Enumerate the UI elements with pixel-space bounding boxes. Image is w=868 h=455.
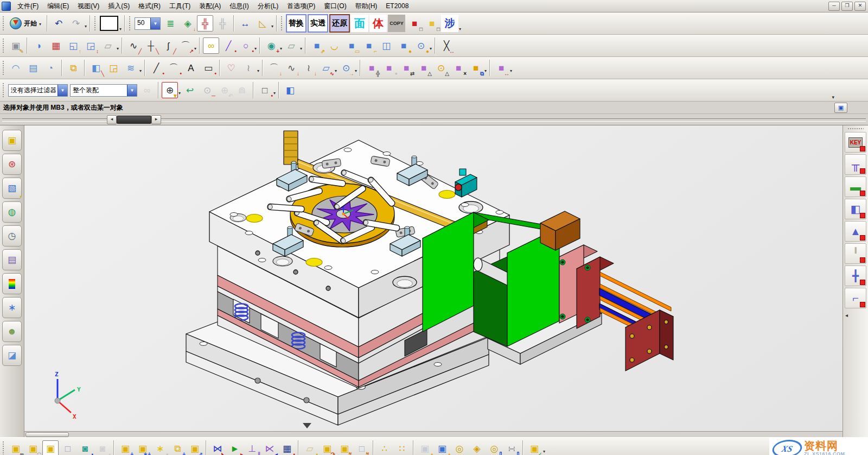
line2-button[interactable]: ╱•: [148, 60, 164, 76]
toolbar-grip[interactable]: [2, 83, 5, 98]
curve-fillet-button[interactable]: ∿╱: [125, 37, 142, 54]
scene-wand-tab[interactable]: ∗: [2, 297, 22, 318]
swatch-dropdown[interactable]: ▾: [119, 27, 122, 34]
block-button[interactable]: ■▭: [343, 37, 360, 54]
curve-divide-button[interactable]: ʃ╱: [160, 37, 176, 54]
extrude-button[interactable]: ■⇗: [309, 37, 325, 54]
sheet-mesh-button[interactable]: ▦: [48, 37, 64, 54]
translucency-button[interactable]: 实透: [308, 14, 328, 33]
relations-info-button[interactable]: ◎i: [486, 440, 502, 455]
menu-tools[interactable]: 工具(T): [165, 1, 195, 11]
limit-switch-block[interactable]: [455, 169, 477, 197]
split-solid-button[interactable]: ◫: [378, 37, 394, 54]
key-reuse-library-button[interactable]: KEY: [845, 132, 866, 153]
sidebar-collapse-arrow[interactable]: ◂: [843, 312, 848, 318]
sheet-ripple-button-dropdown[interactable]: ▾: [139, 68, 142, 76]
measure-object-button[interactable]: ■↔: [493, 60, 509, 76]
rectangle-select-button-dropdown[interactable]: ▾: [273, 91, 276, 98]
line-button[interactable]: ╱•: [220, 37, 237, 54]
perpendicular-constraint-button[interactable]: ⊥∥: [244, 440, 260, 455]
face-display-button[interactable]: 面: [351, 15, 368, 32]
menu-information[interactable]: 信息(I): [225, 1, 253, 11]
studio-spline-button[interactable]: ♡: [223, 60, 239, 76]
restore-display-button[interactable]: 还原: [329, 14, 350, 33]
start-button[interactable]: 开始 ▾: [7, 16, 44, 31]
thicken-button[interactable]: ◲: [105, 60, 122, 76]
snap-point-filter-button[interactable]: ⊕▼: [162, 82, 178, 98]
wrap-curve-button[interactable]: ⊙→: [338, 60, 354, 76]
toolbar-grip[interactable]: [280, 16, 283, 31]
cavity-button[interactable]: ■⌐: [361, 37, 377, 54]
section-curve-button-dropdown[interactable]: ▾: [335, 68, 337, 76]
she-dropdown[interactable]: ▾: [459, 27, 462, 34]
product-outline-button[interactable]: ▣: [42, 440, 59, 455]
datum-plane2-button[interactable]: ▱: [283, 37, 299, 54]
delete-object-button[interactable]: ■×: [450, 60, 467, 76]
paste-object-button[interactable]: ■⇄: [398, 60, 414, 76]
boss-button-dropdown[interactable]: ▾: [430, 46, 432, 54]
interpart-link-toggle[interactable]: ∞: [139, 82, 155, 98]
toolbar-grip[interactable]: [94, 16, 97, 31]
copy-display-button[interactable]: COPY: [388, 15, 405, 32]
circle-button[interactable]: ○•: [238, 37, 254, 54]
undo-view-button[interactable]: ↩: [182, 82, 198, 98]
datum-plane-button-dropdown[interactable]: ▾: [117, 46, 119, 54]
through-mesh-button[interactable]: ▤: [25, 60, 41, 76]
boss-button[interactable]: ⊙●: [413, 37, 429, 54]
gallery-tab[interactable]: ◪: [2, 345, 22, 366]
part-navigator-tab[interactable]: ▧▪: [2, 178, 22, 199]
show-wireframe-cube-button[interactable]: ■□: [424, 15, 440, 31]
measure-object-button-dropdown[interactable]: ▾: [510, 68, 513, 76]
curve-trim-button[interactable]: ┼╲: [143, 37, 159, 54]
sequence-button[interactable]: ∷: [394, 440, 410, 455]
copy-feature-button-dropdown[interactable]: ▾: [484, 68, 487, 76]
screw-plug-library-button[interactable]: ╥: [845, 154, 866, 175]
exploded-view-button[interactable]: ∴: [376, 440, 393, 455]
work-layer-combo[interactable]: 50 ▼: [135, 17, 161, 30]
menu-et2008[interactable]: ET2008: [381, 1, 413, 11]
graphics-window[interactable]: Z Y X: [24, 125, 843, 431]
fitting-library-button[interactable]: ╋: [845, 266, 866, 286]
offset-surface-button[interactable]: ⧉: [65, 60, 81, 76]
menu-edit[interactable]: 编辑(E): [43, 1, 73, 11]
new-parent-button[interactable]: ∗▫: [152, 440, 168, 455]
viewport-3d-model[interactable]: Z Y X: [24, 125, 843, 431]
checkmate-button-dropdown[interactable]: ▾: [543, 449, 546, 455]
arc-edit-button[interactable]: ⌒↗: [177, 37, 194, 54]
viewport-hscroll-thumb[interactable]: [25, 432, 69, 437]
selection-scope-combo[interactable]: 整个装配 ▼: [70, 84, 137, 97]
toolbar-grip[interactable]: [2, 441, 5, 455]
menu-view[interactable]: 视图(V): [73, 1, 104, 11]
assembly-navigator-tab[interactable]: ▣: [2, 130, 22, 151]
snapshot-folder-button[interactable]: ◙▪: [94, 440, 111, 455]
elbow-library-button[interactable]: ⌐: [845, 288, 866, 308]
snapshot-button[interactable]: ◙▪: [77, 440, 93, 455]
datum-plane-button[interactable]: ▱: [100, 37, 116, 54]
viewport-hscrollbar[interactable]: [24, 431, 843, 437]
intersect-curve-button[interactable]: ≀↓: [301, 60, 317, 76]
dock-view-button[interactable]: ▣: [834, 103, 847, 113]
sheet-stretch-button[interactable]: ◲↕: [82, 37, 99, 54]
status-scrollbar[interactable]: ◂ ▸: [0, 114, 868, 125]
checkmate-button[interactable]: ▣✓: [526, 440, 542, 455]
close-button[interactable]: ✕: [854, 2, 866, 11]
measure-x-button[interactable]: ╳↔: [438, 37, 455, 54]
wave-link-button[interactable]: ▣↯: [336, 440, 353, 455]
internet-browser-tab[interactable]: ◍: [2, 201, 22, 223]
scroll-right-button[interactable]: ▸: [151, 115, 161, 124]
replace-refset-button[interactable]: 替换: [286, 14, 307, 33]
materials-tab[interactable]: ▤: [2, 249, 22, 270]
constraint-navigator-tab[interactable]: ⊛: [2, 154, 22, 175]
selection-filter-combo[interactable]: 没有选择过滤器 ▼: [8, 84, 68, 97]
menu-analysis[interactable]: 分析(L): [253, 1, 283, 11]
remember-constraints-button[interactable]: ▦▪: [279, 440, 295, 455]
toolbar-grip[interactable]: [847, 128, 864, 130]
rectangle-button[interactable]: ▭•: [200, 60, 216, 76]
show-component-plane-button[interactable]: ▱▪: [302, 440, 318, 455]
new-component-button[interactable]: ▣∗+: [135, 440, 151, 455]
measure-angle-button-dropdown[interactable]: ▾: [271, 24, 274, 31]
join-curve-button[interactable]: ∞: [203, 37, 219, 54]
bounded-plane-button[interactable]: ◔: [42, 60, 59, 76]
mirror-assembly-button[interactable]: ⋈◣: [209, 440, 226, 455]
pulldown-arrow-marker[interactable]: [303, 423, 311, 428]
